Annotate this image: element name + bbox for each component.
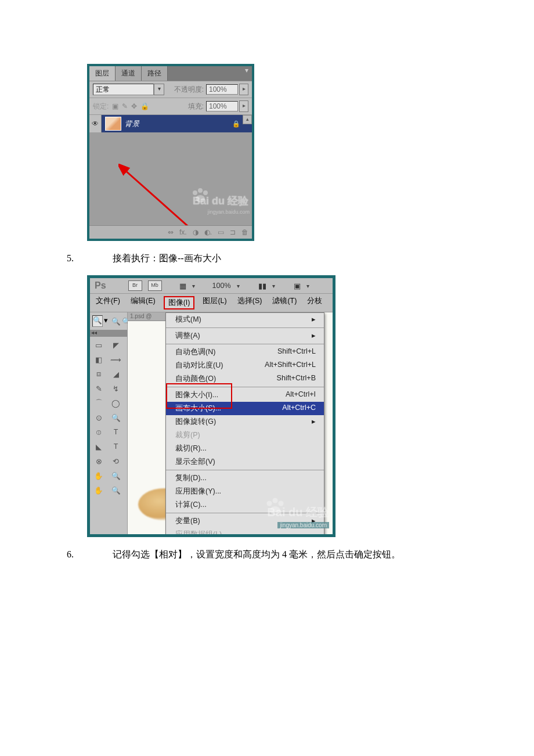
tool-wand-icon[interactable]: ⟿	[110, 354, 122, 365]
document: 图层 通道 路径 ▾ 正常 ▾ 不透明度: 100% ▸ 锁定: ▣ ✎ ✥ 🔒	[0, 64, 534, 602]
tab-channels[interactable]: 通道	[116, 66, 142, 81]
zoom-in-icon[interactable]: 🔍	[111, 317, 121, 326]
layers-panel: 图层 通道 路径 ▾ 正常 ▾ 不透明度: 100% ▸ 锁定: ▣ ✎ ✥ 🔒	[87, 64, 254, 241]
dd-auto-contrast[interactable]: 自动对比度(U) Alt+Shift+Ctrl+L	[166, 359, 324, 372]
tool-eraser-icon[interactable]: ⊙	[93, 412, 104, 423]
dd-auto-color[interactable]: 自动颜色(O) Shift+Ctrl+B	[166, 372, 324, 386]
tool-type-icon[interactable]: T	[110, 441, 122, 452]
tool-hand2-icon[interactable]: ✋	[93, 484, 104, 496]
screen-caret-icon[interactable]: ▾	[306, 283, 309, 289]
panel-menu-icon[interactable]: ▾	[168, 66, 252, 81]
tool-history-icon[interactable]: ◯	[110, 397, 122, 409]
step-5: 5. 接着执行：图像--画布大小	[67, 253, 534, 265]
arrange-caret-icon[interactable]: ▾	[272, 283, 275, 289]
menu-file[interactable]: 文件(F)	[93, 296, 122, 309]
tool-gradient-icon[interactable]: 🔍	[110, 412, 122, 423]
lock-transparency-icon[interactable]: ▣	[112, 102, 118, 110]
fill-input[interactable]: 100%	[206, 101, 238, 111]
tool-eyedropper-icon[interactable]: ◢	[110, 368, 122, 380]
layers-footer-icons: ⇔ fx. ◑ ◐. ▭ ⊐ 🗑	[89, 225, 252, 239]
adjustment-icon[interactable]: ◐.	[204, 228, 212, 236]
dd-image-size[interactable]: 图像大小(I)... Alt+Ctrl+I	[166, 388, 324, 402]
blend-opacity-row: 正常 ▾ 不透明度: 100% ▸	[89, 81, 252, 98]
scroll-up-icon[interactable]: ▴	[243, 115, 252, 124]
lock-brush-icon[interactable]: ✎	[122, 102, 128, 110]
tool-zoom-icon[interactable]: 🔍	[110, 484, 122, 496]
blend-mode-select[interactable]: 正常	[93, 84, 154, 95]
ps-logo: Ps	[95, 280, 106, 291]
mask-icon[interactable]: ◑	[193, 228, 199, 236]
tool-shape-icon[interactable]: ⟲	[110, 455, 122, 467]
tools-palette: ▭ ◤ ◧ ⟿ ⧈ ◢ ✎ ↯ ⌒ ◯ ⊙ 🔍 ⦶ T ◣	[91, 338, 126, 497]
panel-tabs: 图层 通道 路径 ▾	[89, 66, 252, 81]
menu-layer[interactable]: 图层(L)	[200, 296, 229, 309]
dd-rotate[interactable]: 图像旋转(G) ▸	[166, 415, 324, 429]
tool-pen-icon[interactable]: ◣	[93, 441, 104, 452]
tool-brush-icon[interactable]: ↯	[110, 383, 122, 394]
blend-mode-dropdown-icon[interactable]: ▾	[154, 84, 164, 95]
screen-mode-caret-icon[interactable]: ▾	[192, 283, 195, 289]
tool-lasso-icon[interactable]: ◧	[93, 354, 104, 365]
dd-label: 图像大小(I)...	[175, 390, 218, 400]
fill-flyout-icon[interactable]: ▸	[239, 100, 248, 112]
step-text: 记得勾选【相对】，设置宽度和高度均为 4 毫米，然后点击确定按钮。	[113, 549, 400, 561]
dd-adjust[interactable]: 调整(A) ▸	[166, 329, 324, 343]
step-number: 6.	[67, 549, 110, 560]
screen-icon[interactable]: ▣	[294, 282, 301, 290]
minibridge-button[interactable]: Mb	[148, 280, 162, 291]
dd-duplicate[interactable]: 复制(D)...	[166, 471, 324, 485]
zoom-tool-icon[interactable]: 🔍	[92, 315, 103, 327]
layer-row-background[interactable]: 👁 背景 🔒	[89, 115, 252, 132]
tab-paths[interactable]: 路径	[142, 66, 168, 81]
menu-image[interactable]: 图像(I)	[164, 296, 195, 309]
dd-apply-image[interactable]: 应用图像(Y)...	[166, 485, 324, 498]
tool-path-icon[interactable]: ⊗	[93, 455, 104, 467]
watermark-text: Bai du 经验	[267, 505, 329, 520]
tool-marquee-icon[interactable]: ▭	[93, 339, 104, 351]
layer-thumbnail[interactable]	[105, 117, 121, 131]
zoom-tool-caret-icon[interactable]: ▾	[104, 316, 108, 326]
layer-name-label: 背景	[125, 119, 140, 129]
dd-apply-data: 应用数据组(L)...	[166, 528, 324, 534]
opacity-flyout-icon[interactable]: ▸	[239, 84, 248, 95]
opacity-label: 不透明度:	[174, 85, 204, 95]
tool-blur-icon[interactable]: ⦶	[93, 426, 104, 438]
dd-label: 自动颜色(O)	[175, 374, 216, 384]
tab-layers[interactable]: 图层	[89, 66, 116, 81]
dd-label: 画布大小(S)...	[175, 404, 221, 413]
tool-dodge-icon[interactable]: T	[110, 426, 122, 438]
panel-collapse-bar[interactable]: ◂◂	[90, 330, 127, 337]
zoom-caret-icon[interactable]: ▾	[237, 283, 240, 289]
opacity-input[interactable]: 100%	[206, 84, 238, 95]
fx-icon[interactable]: fx.	[179, 228, 187, 236]
tool-stamp-icon[interactable]: ⌒	[93, 397, 104, 409]
menu-edit[interactable]: 编辑(E)	[128, 296, 158, 309]
dd-trim[interactable]: 裁切(R)...	[166, 442, 324, 455]
trash-icon[interactable]: 🗑	[241, 228, 248, 236]
arrange-icon[interactable]: ▮▮	[258, 282, 266, 290]
lock-move-icon[interactable]: ✥	[131, 102, 137, 110]
dd-label: 变量(B)	[175, 516, 200, 526]
menu-more[interactable]: 分枝	[305, 296, 324, 309]
visibility-toggle-icon[interactable]: 👁	[89, 115, 102, 132]
screen-mode-icon[interactable]: ▦	[179, 282, 186, 290]
tool-heal-icon[interactable]: ✎	[93, 383, 104, 394]
dd-auto-tone[interactable]: 自动色调(N) Shift+Ctrl+L	[166, 345, 324, 359]
new-layer-icon[interactable]: ⊐	[230, 228, 236, 236]
menu-select[interactable]: 选择(S)	[235, 296, 265, 309]
watermark-url: jingyan.baidu.com	[277, 522, 329, 528]
bridge-button[interactable]: Br	[128, 280, 142, 291]
menu-filter[interactable]: 滤镜(T)	[270, 296, 299, 309]
dd-sep	[166, 344, 324, 344]
dd-mode[interactable]: 模式(M) ▸	[166, 313, 324, 326]
tool-hand-icon[interactable]: 🔍	[110, 470, 122, 481]
tool-move-icon[interactable]: ◤	[110, 339, 122, 351]
dd-canvas-size[interactable]: 画布大小(S)... Alt+Ctrl+C	[166, 402, 324, 415]
tool-crop-icon[interactable]: ⧈	[93, 368, 104, 380]
lock-all-icon[interactable]: 🔒	[140, 102, 149, 110]
dd-reveal-all[interactable]: 显示全部(V)	[166, 455, 324, 469]
zoom-value[interactable]: 100%	[212, 282, 231, 290]
link-icon[interactable]: ⇔	[168, 228, 174, 236]
group-icon[interactable]: ▭	[218, 228, 224, 236]
tool-3d-icon[interactable]: ✋	[93, 470, 104, 481]
